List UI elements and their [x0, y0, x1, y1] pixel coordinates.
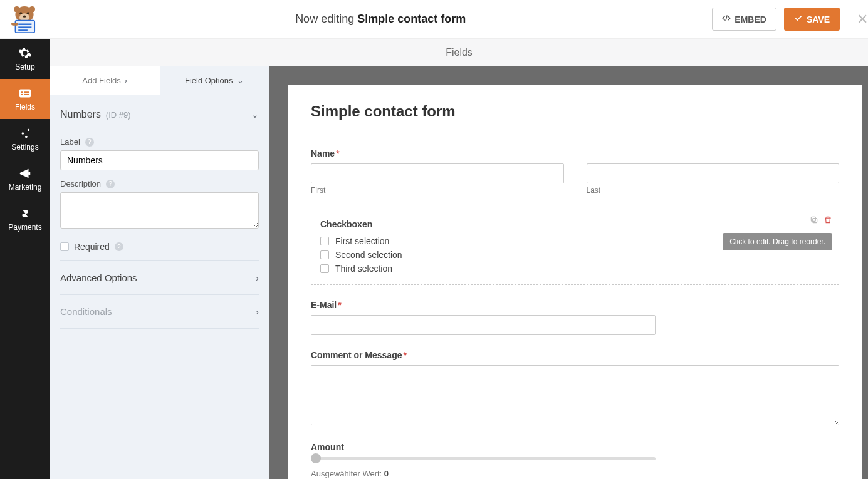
- close-icon[interactable]: ✕: [845, 0, 868, 38]
- required-label: Required: [74, 242, 110, 252]
- svg-rect-14: [24, 91, 29, 93]
- nav-setup-label: Setup: [15, 63, 34, 71]
- field-checkboxes[interactable]: Click to edit. Drag to reorder. Checkbox…: [311, 210, 839, 285]
- svg-point-17: [28, 129, 30, 131]
- svg-rect-21: [811, 217, 815, 221]
- field-options-panel: Add Fields › Field Options ⌄ Numbers: [50, 66, 269, 479]
- slider-value-display: Ausgewählter Wert: 0: [311, 469, 839, 478]
- checkbox-option[interactable]: Third selection: [320, 262, 830, 276]
- conditionals-toggle[interactable]: Conditionals ›: [60, 295, 259, 329]
- comment-textarea[interactable]: [311, 365, 839, 425]
- tab-field-options[interactable]: Field Options ⌄: [160, 66, 269, 95]
- check-icon: [794, 14, 803, 24]
- chevron-down-icon: ⌄: [251, 110, 259, 120]
- nav-payments-label: Payments: [8, 223, 41, 232]
- chevron-right-icon: ›: [125, 76, 127, 85]
- top-bar: Now editing Simple contact form EMBED SA…: [0, 0, 868, 39]
- description-textarea[interactable]: [60, 192, 259, 229]
- field-amount[interactable]: Amount Ausgewählter Wert: 0: [311, 442, 839, 478]
- description-field-label: Description ?: [60, 179, 259, 188]
- help-icon[interactable]: ?: [106, 180, 115, 188]
- nav-marketing[interactable]: Marketing: [0, 159, 50, 199]
- slider-thumb[interactable]: [311, 453, 321, 463]
- last-name-input[interactable]: [587, 163, 840, 183]
- app-logo: [0, 5, 49, 34]
- form-canvas-area: Simple contact form Name* First: [269, 66, 868, 479]
- reorder-tooltip: Click to edit. Drag to reorder.: [723, 233, 832, 250]
- label-input[interactable]: [60, 150, 259, 170]
- field-comment[interactable]: Comment or Message*: [311, 350, 839, 427]
- save-button[interactable]: SAVE: [784, 8, 840, 31]
- chevron-right-icon: ›: [256, 272, 259, 283]
- svg-point-5: [27, 12, 29, 14]
- svg-rect-13: [21, 91, 23, 93]
- amount-slider[interactable]: [311, 457, 656, 460]
- field-email[interactable]: E-Mail*: [311, 300, 839, 335]
- svg-rect-8: [18, 23, 31, 24]
- nav-marketing-label: Marketing: [9, 183, 42, 192]
- subheader: Fields: [50, 39, 868, 66]
- duplicate-icon[interactable]: [810, 215, 818, 226]
- help-icon[interactable]: ?: [85, 138, 94, 147]
- form-title: Simple contact form: [311, 103, 839, 133]
- svg-rect-10: [18, 29, 28, 31]
- svg-rect-16: [24, 94, 29, 95]
- svg-point-4: [19, 12, 22, 14]
- svg-rect-15: [21, 94, 23, 95]
- field-name[interactable]: Name* First Last: [311, 148, 839, 195]
- nav-payments[interactable]: Payments: [0, 199, 50, 239]
- left-nav: Setup Fields Settings Marketing Payments: [0, 39, 50, 479]
- checkbox-label: Checkboxen: [320, 219, 830, 229]
- nav-settings-label: Settings: [11, 143, 38, 152]
- chevron-right-icon: ›: [256, 306, 259, 317]
- code-icon: [722, 14, 731, 24]
- svg-rect-20: [813, 219, 817, 223]
- svg-rect-12: [19, 90, 31, 98]
- svg-point-19: [25, 136, 28, 138]
- nav-setup[interactable]: Setup: [0, 39, 50, 79]
- nav-fields-label: Fields: [15, 103, 35, 111]
- help-icon[interactable]: ?: [115, 242, 123, 251]
- first-name-input[interactable]: [311, 163, 564, 183]
- label-field-label: Label ?: [60, 137, 259, 147]
- svg-point-18: [22, 132, 24, 135]
- page-title: Now editing Simple contact form: [49, 13, 712, 26]
- embed-button[interactable]: EMBED: [712, 8, 776, 31]
- svg-point-1: [14, 6, 20, 12]
- chevron-down-icon: ⌄: [237, 76, 244, 85]
- nav-fields[interactable]: Fields: [0, 79, 50, 119]
- first-name-sublabel: First: [311, 186, 564, 195]
- nav-settings[interactable]: Settings: [0, 119, 50, 159]
- svg-rect-9: [18, 26, 31, 28]
- advanced-options-toggle[interactable]: Advanced Options ›: [60, 261, 259, 295]
- email-input[interactable]: [311, 315, 656, 335]
- svg-rect-11: [11, 22, 18, 25]
- tab-add-fields[interactable]: Add Fields ›: [50, 66, 160, 95]
- svg-point-2: [29, 6, 35, 12]
- trash-icon[interactable]: [824, 215, 832, 226]
- svg-point-6: [23, 15, 26, 17]
- section-toggle-numbers[interactable]: Numbers (ID #9) ⌄: [60, 105, 259, 128]
- required-checkbox[interactable]: [60, 242, 69, 251]
- last-name-sublabel: Last: [587, 186, 840, 195]
